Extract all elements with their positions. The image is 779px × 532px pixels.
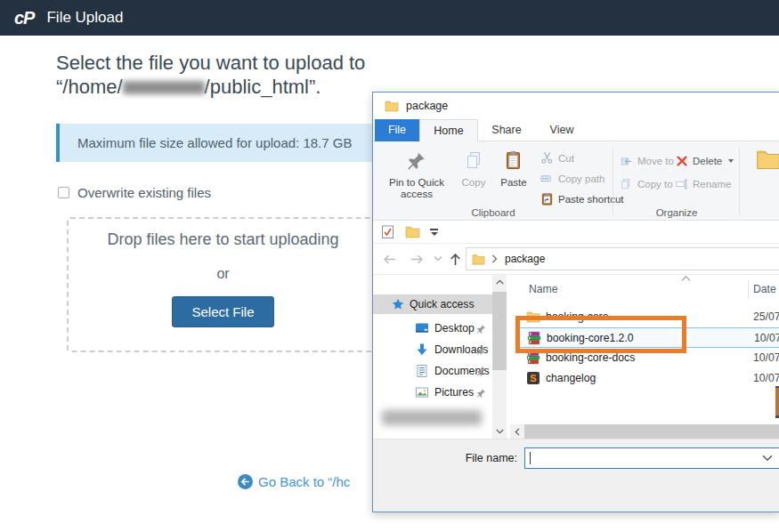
dropzone-or-text: or: [69, 266, 377, 282]
scroll-down-icon[interactable]: [492, 424, 507, 439]
column-separator[interactable]: [748, 280, 749, 298]
sidebar-item-documents[interactable]: Documents: [373, 360, 492, 382]
customize-toolbar-dropdown-icon[interactable]: [430, 229, 438, 236]
up-arrow-icon[interactable]: [448, 252, 463, 267]
file-dropzone[interactable]: Drop files here to start uploading or Se…: [67, 217, 379, 352]
folder-icon: [526, 310, 540, 324]
dropzone-text: Drop files here to start uploading: [69, 230, 377, 249]
sidebar-item-downloads[interactable]: Downloads: [373, 339, 492, 360]
address-bar[interactable]: package: [466, 247, 779, 270]
paste-button[interactable]: Paste: [492, 144, 535, 200]
documents-icon: [415, 364, 429, 378]
scrollbar-thumb[interactable]: [492, 292, 507, 370]
properties-check-icon[interactable]: [381, 225, 395, 239]
breadcrumb[interactable]: package: [505, 253, 545, 265]
column-header-date[interactable]: Date: [753, 283, 776, 295]
navigation-bar: package: [373, 244, 779, 275]
file-name[interactable]: booking-core: [546, 310, 608, 323]
cut-button[interactable]: Cut: [540, 148, 624, 168]
copy-to-icon: [621, 178, 633, 190]
clipped-icon-fragment: [775, 386, 779, 418]
folder-icon: [385, 99, 399, 113]
paste-shortcut-icon: [540, 192, 554, 206]
rename-button[interactable]: Rename: [676, 173, 734, 196]
sidebar-item-label: Pictures: [434, 386, 474, 399]
copy-button[interactable]: Copy: [455, 144, 492, 200]
overwrite-label[interactable]: Overwrite existing files: [77, 185, 211, 200]
new-folder-icon: [756, 147, 779, 172]
sidebar-item-desktop[interactable]: Desktop: [373, 318, 492, 339]
file-row-changelog[interactable]: Schangelog10/07: [519, 368, 779, 389]
scroll-left-icon[interactable]: [510, 424, 524, 439]
file-name[interactable]: booking-core1.2.0: [547, 332, 634, 344]
file-row-booking-core-docs[interactable]: booking-core-docs10/07: [519, 348, 779, 368]
rename-icon: [676, 178, 688, 190]
new-folder-button[interactable]: [756, 147, 779, 172]
file-name[interactable]: booking-core-docs: [546, 351, 635, 364]
quick-access-star-icon: [392, 298, 404, 310]
column-header-name[interactable]: Name: [529, 283, 558, 295]
max-filesize-text: Maximum file size allowed for upload: 18…: [77, 135, 352, 150]
file-date: 10/07: [753, 351, 779, 364]
scrollbar-thumb[interactable]: [524, 424, 779, 439]
copy-path-button[interactable]: Copy path: [540, 168, 624, 189]
pin-icon: [476, 367, 486, 376]
pin-icon: [476, 345, 486, 355]
recent-locations-chevron-icon[interactable]: [434, 255, 442, 262]
screenshot-root: { "colors": { "header_bg": "#233140", "f…: [0, 0, 779, 532]
go-back-link[interactable]: Go Back to “/hc: [238, 474, 350, 489]
pictures-icon: [415, 385, 429, 399]
delete-button[interactable]: Delete: [676, 149, 734, 173]
page-title: File Upload: [46, 9, 123, 27]
file-date: 10/07: [753, 372, 779, 384]
horizontal-scrollbar[interactable]: [510, 424, 779, 439]
file-name[interactable]: changelog: [546, 372, 596, 384]
ribbon: Pin to Quick access Copy Paste: [373, 141, 779, 221]
redacted-sidebar-item: [382, 410, 482, 425]
select-file-button[interactable]: Select File: [172, 296, 273, 327]
folder-icon[interactable]: [405, 224, 420, 239]
new-group: New folder: [740, 141, 779, 220]
forward-arrow-icon[interactable]: [410, 252, 425, 267]
organize-group-label: Organize: [613, 207, 740, 218]
tab-file[interactable]: File: [375, 119, 419, 141]
rar-archive-icon: [526, 351, 540, 365]
dialog-titlebar: package: [373, 93, 779, 119]
vertical-scrollbar[interactable]: [492, 275, 507, 439]
paste-shortcut-button[interactable]: Paste shortcut: [540, 189, 624, 209]
cpanel-header: cP File Upload: [0, 0, 779, 36]
ribbon-tabs: File Home Share View: [373, 119, 779, 141]
file-name-label: File name:: [458, 452, 517, 464]
file-row-booking-core1.2.0[interactable]: booking-core1.2.010/07: [519, 327, 779, 348]
file-name-input[interactable]: [524, 447, 779, 469]
overwrite-checkbox[interactable]: [58, 187, 69, 198]
dropdown-caret-icon: [728, 159, 734, 163]
upload-heading-line1: Select the file you want to upload to: [56, 51, 423, 75]
sort-ascending-icon: [681, 276, 691, 281]
tab-share[interactable]: Share: [478, 119, 535, 141]
overwrite-option[interactable]: Overwrite existing files: [58, 185, 211, 200]
file-row-booking-core[interactable]: booking-core25/07: [519, 307, 779, 327]
downloads-icon: [415, 343, 429, 357]
cpanel-logo-icon: cP: [14, 8, 34, 28]
tab-home[interactable]: Home: [419, 119, 478, 142]
tab-view[interactable]: View: [535, 119, 588, 141]
file-date: 25/07: [753, 310, 779, 323]
scroll-up-icon[interactable]: [492, 275, 507, 289]
upload-heading: Select the file you want to upload to “/…: [56, 51, 423, 99]
file-date: 10/07: [754, 332, 779, 344]
copy-icon: [455, 146, 492, 174]
chevron-down-icon[interactable]: [762, 455, 773, 462]
pin-to-quick-access-button[interactable]: Pin to Quick access: [378, 144, 455, 200]
sidebar-item-quick-access[interactable]: Quick access: [373, 294, 492, 314]
sidebar-item-pictures[interactable]: Pictures: [373, 382, 492, 403]
max-filesize-infobox: Maximum file size allowed for upload: 18…: [56, 124, 389, 162]
dialog-title: package: [406, 100, 448, 112]
pushpin-icon: [378, 146, 455, 174]
breadcrumb-chevron-icon[interactable]: [491, 254, 499, 263]
desktop-icon: [415, 321, 429, 335]
back-arrow-icon[interactable]: [382, 252, 397, 267]
scissors-icon: [540, 151, 554, 165]
sidebar-item-label: Desktop: [434, 322, 475, 335]
pin-icon: [476, 324, 486, 334]
